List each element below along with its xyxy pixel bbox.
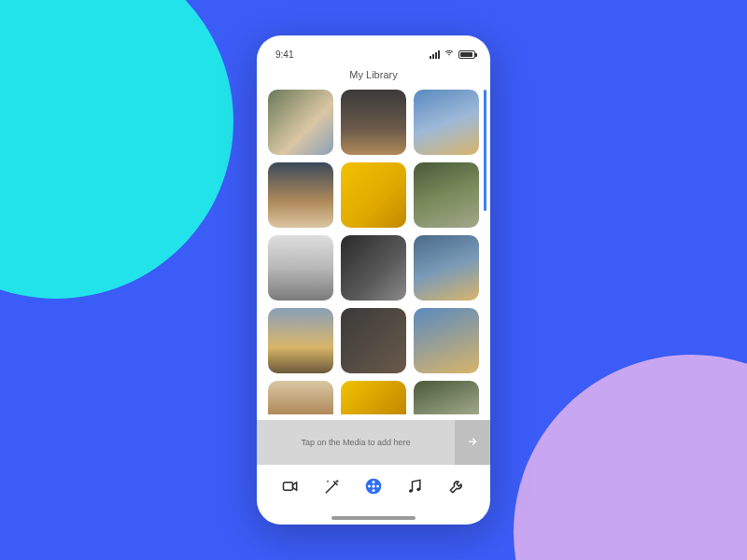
scrollbar-thumb[interactable] [484,90,486,211]
svg-point-4 [372,481,374,483]
status-bar: 9:41 [257,35,490,62]
video-camera-icon [281,477,300,499]
media-thumbnail[interactable] [341,381,406,414]
library-scroll-area[interactable] [257,90,490,420]
media-grid [268,90,479,373]
media-thumbnail[interactable] [268,162,333,228]
media-thumbnail[interactable] [268,308,333,373]
svg-point-6 [368,485,371,488]
tray-hint: Tap on the Media to add here [257,438,455,447]
media-thumbnail[interactable] [268,90,333,155]
tab-effects[interactable] [320,476,345,500]
media-grid-overflow [268,381,479,414]
svg-point-0 [449,56,450,57]
media-thumbnail[interactable] [414,235,479,301]
status-indicators [430,49,475,60]
tab-tools[interactable] [444,476,469,500]
tab-media[interactable] [361,476,386,500]
bottom-tab-bar [257,465,490,511]
wrench-icon [447,477,466,499]
proceed-button[interactable] [455,420,490,465]
media-thumbnail[interactable] [268,381,333,414]
media-thumbnail[interactable] [341,308,406,373]
canvas-background: 9:41 My Library [0,0,747,560]
tab-camera[interactable] [278,476,303,500]
music-note-icon [405,477,424,499]
media-thumbnail[interactable] [414,162,479,228]
decor-circle-lilac [514,355,747,560]
media-thumbnail[interactable] [341,162,406,228]
media-thumbnail[interactable] [414,90,479,155]
film-reel-icon [364,477,383,499]
media-thumbnail[interactable] [341,235,406,301]
svg-point-7 [376,485,379,488]
battery-icon [458,50,475,59]
media-thumbnail[interactable] [341,90,406,155]
svg-point-5 [372,489,374,492]
tab-music[interactable] [402,476,427,500]
selection-tray: Tap on the Media to add here [257,420,490,465]
status-time: 9:41 [275,49,293,60]
svg-point-3 [372,484,374,487]
phone-frame: 9:41 My Library [257,35,490,525]
media-thumbnail[interactable] [414,308,479,373]
media-thumbnail[interactable] [414,381,479,414]
arrow-right-icon [467,434,478,451]
svg-point-9 [417,488,421,492]
magic-wand-icon [323,477,342,499]
decor-circle-cyan [0,0,233,299]
svg-rect-1 [284,483,293,490]
wifi-icon [444,49,455,60]
media-thumbnail[interactable] [268,235,333,301]
signal-icon [430,50,440,59]
home-indicator [257,511,490,525]
svg-point-8 [409,489,413,493]
page-title: My Library [257,62,490,90]
